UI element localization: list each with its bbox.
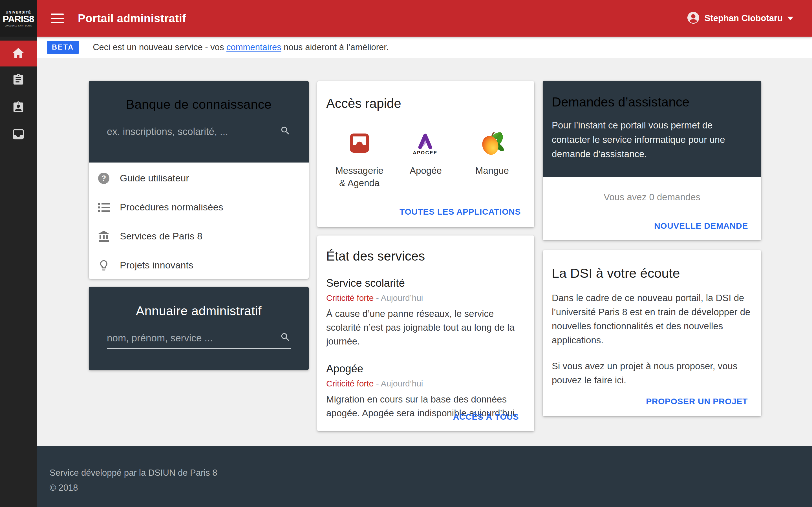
access-all-link[interactable]: ACCÈS À TOUS — [453, 412, 519, 421]
sidebar-item-directory[interactable] — [0, 95, 37, 121]
menu-icon[interactable] — [51, 13, 64, 23]
knowledge-bank-header: Banque de connaissance — [89, 81, 309, 163]
services-status-title: État des services — [326, 235, 525, 264]
knowledge-item-label: Projets innovants — [120, 260, 193, 271]
propose-project-link[interactable]: PROPOSER UN PROJET — [646, 397, 748, 406]
beta-banner: BETA Ceci est un nouveau service - vos c… — [37, 37, 812, 58]
dsi-paragraph-2: Si vous avez un projet à nous proposer, … — [552, 359, 752, 387]
dsi-card: La DSI à votre écoute Dans le cadre de c… — [543, 250, 761, 416]
sidebar-divider — [0, 94, 37, 94]
footer-copyright: © 2018 — [50, 483, 812, 493]
app-label-line2: & Agenda — [326, 177, 393, 189]
sidebar-item-procedures[interactable] — [0, 67, 37, 94]
knowledge-item-projects[interactable]: Projets innovants — [89, 251, 309, 280]
all-applications-link[interactable]: TOUTES LES APPLICATIONS — [400, 207, 521, 217]
page-title: Portail administratif — [78, 12, 186, 25]
app-apogee[interactable]: APOGEE Apogée — [393, 131, 459, 189]
status-date: - Aujourd’hui — [373, 379, 423, 388]
dsi-paragraph-1: Dans le cadre de ce nouveau portail, la … — [552, 291, 752, 347]
bank-icon — [97, 230, 110, 242]
knowledge-item-guide[interactable]: ? Guide utilisateur — [89, 164, 309, 193]
status-date: - Aujourd’hui — [373, 293, 423, 302]
sidebar-item-inbox[interactable] — [0, 121, 37, 148]
directory-title: Annuaire administratif — [107, 287, 291, 318]
knowledge-search-input[interactable] — [107, 126, 280, 137]
beta-badge: BETA — [47, 41, 79, 54]
new-request-link[interactable]: NOUVELLE DEMANDE — [654, 221, 748, 231]
knowledge-search-row — [107, 125, 291, 142]
app-mangue[interactable]: Mangue — [459, 131, 525, 189]
knowledge-item-label: Guide utilisateur — [120, 173, 189, 184]
quick-access-title: Accès rapide — [326, 81, 525, 111]
assistance-card: Demandes d’assistance Pour l’instant ce … — [543, 81, 761, 240]
status-entry-description: À cause d’une panne réseaux, le service … — [326, 307, 525, 348]
top-app-bar: Portail administratif Stephan Ciobotaru — [37, 0, 812, 37]
search-icon[interactable] — [280, 125, 291, 137]
directory-search-row — [107, 332, 291, 349]
list-icon — [97, 203, 110, 212]
assistance-count: Vous avez 0 demandes — [543, 192, 761, 203]
app-messagerie[interactable]: Messagerie & Agenda — [326, 131, 393, 189]
services-status-card: État des services Service scolarité Crit… — [317, 235, 534, 431]
home-icon — [12, 47, 25, 60]
dsi-title: La DSI à votre écoute — [552, 250, 752, 281]
status-entry-name: Apogée — [326, 363, 525, 375]
app-label: Mangue — [459, 165, 525, 177]
mango-icon — [478, 129, 506, 158]
contact-badge-icon — [12, 101, 25, 115]
apogee-logo-text: APOGEE — [413, 150, 438, 156]
clipboard-icon — [12, 73, 25, 87]
apogee-logo: APOGEE — [406, 130, 446, 157]
knowledge-item-label: Procédures normalisées — [120, 202, 223, 213]
mail-agenda-icon — [349, 133, 370, 154]
user-menu[interactable]: Stephan Ciobotaru — [687, 11, 794, 25]
logo-line2: PARIS8 — [3, 14, 34, 24]
help-circle-icon: ? — [97, 172, 110, 184]
status-entry-meta: Criticité forte - Aujourd’hui — [326, 293, 525, 303]
beta-text-after: nous aideront à l’améliorer. — [282, 42, 389, 52]
quick-access-apps: Messagerie & Agenda APOGEE Apogée — [326, 131, 525, 189]
search-icon[interactable] — [280, 332, 291, 344]
status-entry-name: Service scolarité — [326, 277, 525, 289]
account-circle-icon — [687, 11, 700, 25]
inbox-icon — [12, 128, 25, 142]
knowledge-item-label: Services de Paris 8 — [120, 231, 202, 242]
beta-message: Ceci est un nouveau service - vos commen… — [93, 42, 389, 52]
app-label: Apogée — [393, 165, 459, 177]
beta-text-before: Ceci est un nouveau service - vos — [93, 42, 226, 52]
sidebar-item-home[interactable] — [0, 41, 37, 66]
sidebar: UNIVERSITÉ PARIS8 VINCENNES-SAINT-DENIS — [0, 0, 37, 507]
chevron-down-icon — [787, 17, 794, 20]
page-footer: Service développé par la DSIUN de Paris … — [37, 446, 812, 507]
directory-card: Annuaire administratif — [89, 287, 309, 370]
commentaires-link[interactable]: commentaires — [226, 42, 282, 52]
assistance-title: Demandes d’assistance — [552, 81, 752, 110]
knowledge-list: ? Guide utilisateur Procédures normalisé… — [89, 163, 309, 280]
user-name: Stephan Ciobotaru — [705, 13, 783, 23]
status-entry-meta: Criticité forte - Aujourd’hui — [326, 379, 525, 388]
logo-line3: VINCENNES-SAINT-DENIS — [5, 25, 32, 27]
knowledge-bank-title: Banque de connaissance — [107, 81, 291, 112]
lightbulb-icon — [97, 259, 110, 272]
knowledge-item-services[interactable]: Services de Paris 8 — [89, 222, 309, 251]
footer-credit: Service développé par la DSIUN de Paris … — [50, 468, 812, 478]
status-severity: Criticité forte — [326, 379, 373, 388]
status-severity: Criticité forte — [326, 293, 373, 302]
knowledge-item-procedures[interactable]: Procédures normalisées — [89, 193, 309, 222]
paris8-logo[interactable]: UNIVERSITÉ PARIS8 VINCENNES-SAINT-DENIS — [0, 0, 37, 37]
help-glyph: ? — [101, 174, 106, 182]
quick-access-card: Accès rapide Messagerie & Agenda — [317, 81, 534, 227]
knowledge-bank-card: Banque de connaissance ? Guide utilisate… — [89, 81, 309, 279]
assistance-header: Demandes d’assistance Pour l’instant ce … — [543, 81, 761, 177]
app-label: Messagerie — [326, 165, 393, 177]
directory-search-input[interactable] — [107, 332, 280, 344]
assistance-body: Pour l’instant ce portail vous permet de… — [552, 118, 752, 161]
